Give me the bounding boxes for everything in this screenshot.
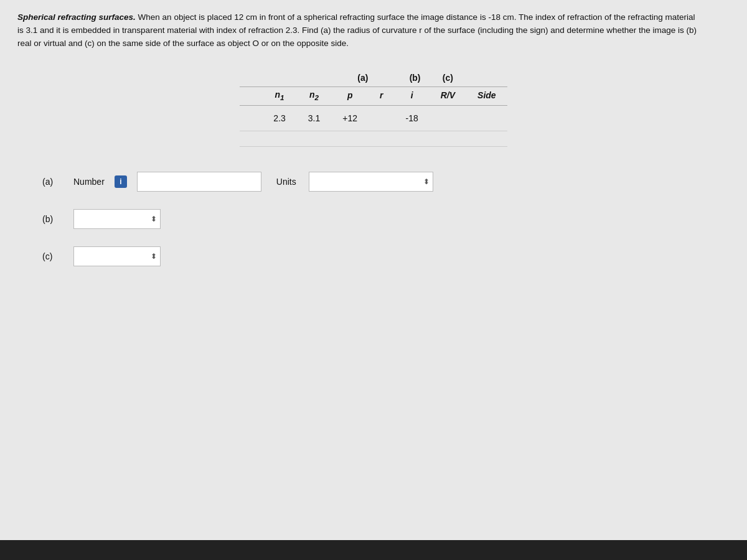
number-input-a[interactable] [137,172,261,192]
cell-n1: 2.3 [262,105,296,131]
answer-row-b: (b) Real Virtual [42,209,730,229]
table-section: (a) (b) (c) n1 n2 p r i R/V Side [17,69,730,147]
data-table: (a) (b) (c) n1 n2 p r i R/V Side [240,69,507,147]
number-label: Number [73,177,105,187]
units-select-wrapper: cm m mm [309,172,433,192]
cell-side [466,105,507,131]
cell-n2: 3.1 [297,105,331,131]
dropdown-b[interactable]: Real Virtual [73,209,161,229]
dropdown-b-wrapper: Real Virtual [73,209,161,229]
cell-rv [430,105,466,131]
units-select-a[interactable]: cm m mm [309,172,433,192]
cell-i: -18 [394,105,429,131]
header-row-2: n1 n2 p r i R/V Side [240,86,507,105]
dropdown-c[interactable]: Same side Opposite side [73,246,161,266]
col-header-p: p [331,86,369,105]
dropdown-c-wrapper: Same side Opposite side [73,246,161,266]
header-a: (a) [331,69,394,87]
col-header-n1: n1 [262,86,296,105]
answer-row-c: (c) Same side Opposite side [42,246,730,266]
answer-label-b: (b) [42,214,65,224]
header-b: (b) [394,69,429,87]
cell-p: +12 [331,105,369,131]
problem-intro: Spherical refracting surfaces. [17,12,136,22]
units-label: Units [276,177,296,187]
answers-section: (a) Number i Units cm m mm (b) Real [42,172,730,266]
problem-text: Spherical refracting surfaces. When an o… [17,11,702,50]
header-c: (c) [430,69,466,87]
table-row: 2.3 3.1 +12 -18 [240,105,507,131]
main-container: Spherical refracting surfaces. When an o… [0,0,747,560]
info-icon: i [115,175,127,188]
bottom-bar [0,540,747,560]
col-header-n2: n2 [297,86,331,105]
col-header-r: r [369,86,394,105]
answer-label-a: (a) [42,177,65,187]
header-row-1: (a) (b) (c) [240,69,507,87]
answer-row-a: (a) Number i Units cm m mm [42,172,730,192]
answer-label-c: (c) [42,251,65,261]
col-header-rv: R/V [430,86,466,105]
cell-r [369,105,394,131]
col-header-i: i [394,86,429,105]
spacer-row [240,131,507,146]
col-header-side: Side [466,86,507,105]
